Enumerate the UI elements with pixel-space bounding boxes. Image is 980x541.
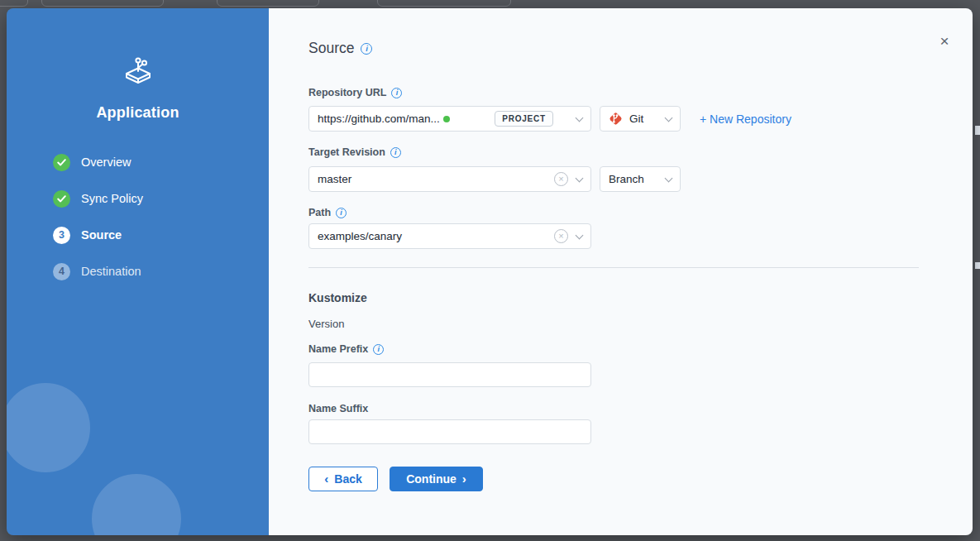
new-application-modal: Application Overview Sync Policy 3 So bbox=[7, 8, 973, 535]
panel-heading: Source i bbox=[308, 40, 372, 57]
back-button[interactable]: ‹ Back bbox=[308, 467, 378, 491]
background-fragment bbox=[975, 126, 980, 135]
section-divider bbox=[308, 267, 919, 268]
project-badge: PROJECT bbox=[495, 111, 553, 127]
chevron-down-icon bbox=[576, 174, 584, 182]
name-suffix-input[interactable] bbox=[308, 419, 591, 444]
path-input[interactable]: examples/canary × bbox=[308, 223, 591, 249]
step-source[interactable]: 3 Source bbox=[53, 226, 143, 244]
repository-url-select[interactable]: https://github.com/man... PROJECT bbox=[308, 106, 591, 132]
background-tab bbox=[0, 0, 28, 7]
argo-watermark bbox=[74, 456, 200, 535]
close-icon[interactable]: × bbox=[935, 31, 954, 50]
repository-type-value: Git bbox=[629, 113, 643, 125]
chevron-down-icon bbox=[576, 113, 584, 122]
clear-icon[interactable]: × bbox=[554, 229, 568, 243]
chevron-down-icon bbox=[576, 231, 584, 239]
wizard-sidebar: Application Overview Sync Policy 3 So bbox=[7, 8, 269, 535]
chevron-right-icon: › bbox=[462, 472, 466, 485]
info-icon[interactable]: i bbox=[373, 344, 384, 355]
step-label: Destination bbox=[81, 265, 141, 278]
connection-status-dot bbox=[443, 116, 450, 122]
continue-button[interactable]: Continue › bbox=[390, 467, 483, 491]
info-icon[interactable]: i bbox=[390, 147, 401, 158]
name-suffix-label: Name Suffix bbox=[308, 403, 368, 414]
background-fragment bbox=[975, 262, 980, 269]
revision-type-value: Branch bbox=[609, 173, 644, 185]
path-value: examples/canary bbox=[318, 230, 402, 242]
step-label: Sync Policy bbox=[81, 192, 143, 205]
name-prefix-label: Name Prefix i bbox=[308, 343, 384, 355]
step-overview[interactable]: Overview bbox=[53, 153, 143, 171]
wizard-steps: Overview Sync Policy 3 Source 4 Destinat… bbox=[53, 153, 143, 299]
target-revision-value: master bbox=[318, 173, 351, 185]
step-number-badge: 3 bbox=[53, 227, 70, 244]
clear-icon[interactable]: × bbox=[554, 172, 568, 186]
git-icon bbox=[609, 112, 623, 126]
check-icon bbox=[53, 190, 70, 208]
info-icon[interactable]: i bbox=[391, 88, 402, 98]
path-label: Path i bbox=[308, 207, 347, 218]
background-tab bbox=[41, 0, 164, 7]
revision-type-select[interactable]: Branch bbox=[600, 166, 681, 192]
chevron-down-icon bbox=[665, 174, 673, 182]
screen-backdrop: Application Overview Sync Policy 3 So bbox=[0, 0, 980, 541]
panel-heading-text: Source bbox=[308, 40, 354, 57]
wizard-title: Application bbox=[7, 104, 269, 122]
repository-url-value: https://github.com/man... bbox=[318, 113, 440, 125]
info-icon[interactable]: i bbox=[361, 43, 372, 55]
step-sync-policy[interactable]: Sync Policy bbox=[53, 189, 143, 208]
target-revision-input[interactable]: master × bbox=[308, 166, 591, 192]
step-label: Source bbox=[81, 228, 122, 242]
chevron-down-icon bbox=[665, 113, 673, 122]
source-panel: × Source i Repository URL i https://gith… bbox=[269, 8, 973, 535]
new-repository-link[interactable]: + New Repository bbox=[700, 113, 791, 126]
step-label: Overview bbox=[81, 156, 131, 169]
version-label: Version bbox=[308, 318, 344, 330]
repository-type-select[interactable]: Git bbox=[600, 106, 681, 132]
info-icon[interactable]: i bbox=[336, 208, 347, 218]
step-number-badge: 4 bbox=[53, 263, 70, 280]
background-tab bbox=[377, 0, 511, 7]
step-destination[interactable]: 4 Destination bbox=[53, 262, 143, 280]
check-icon bbox=[53, 154, 70, 171]
argo-watermark bbox=[7, 365, 108, 491]
background-tab bbox=[217, 0, 319, 7]
application-box-branch-icon bbox=[122, 55, 155, 86]
repository-url-label: Repository URL i bbox=[308, 87, 402, 98]
chevron-left-icon: ‹ bbox=[324, 472, 328, 485]
name-prefix-input[interactable] bbox=[308, 362, 591, 387]
target-revision-label: Target Revision i bbox=[308, 146, 401, 158]
kustomize-heading: Kustomize bbox=[308, 291, 367, 304]
